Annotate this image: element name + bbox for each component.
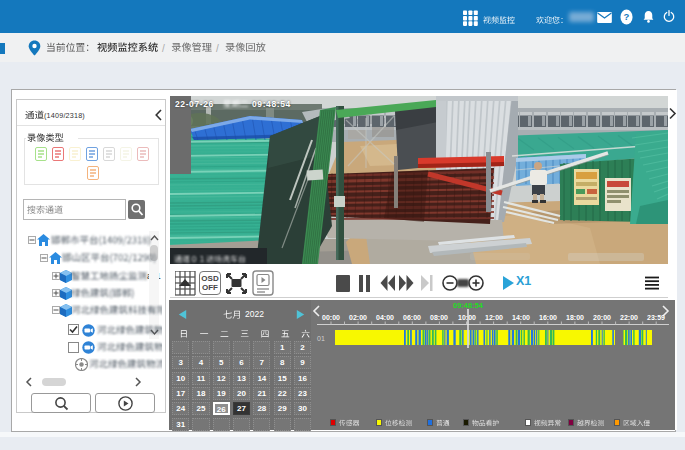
svg-text:04:00: 04:00 [376,314,394,321]
svg-text:16:00: 16:00 [539,314,557,321]
svg-text:02:00: 02:00 [349,314,367,321]
svg-text:22:00: 22:00 [620,314,638,321]
svg-text:?: ? [624,11,630,22]
svg-text:09:48:54: 09:48:54 [453,301,484,310]
svg-text:20:00: 20:00 [593,314,611,321]
svg-text:10:00: 10:00 [458,314,476,321]
svg-text:14:00: 14:00 [512,314,530,321]
svg-text:18:00: 18:00 [566,314,584,321]
svg-text:01: 01 [317,335,325,342]
svg-text:06:00: 06:00 [403,314,421,321]
svg-text:08:00: 08:00 [430,314,448,321]
svg-text:12:00: 12:00 [485,314,503,321]
svg-text:00:00: 00:00 [322,314,340,321]
svg-text:23:59: 23:59 [647,314,665,321]
